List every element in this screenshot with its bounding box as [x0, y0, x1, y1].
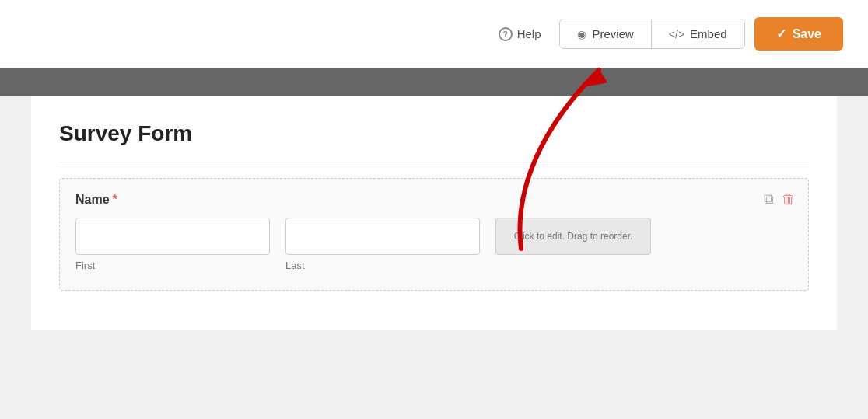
eye-icon: ◉	[577, 28, 586, 40]
help-icon: ?	[499, 27, 513, 41]
field-label-text: Name	[75, 193, 110, 207]
click-to-edit[interactable]: Click to edit. Drag to reorder.	[495, 218, 651, 255]
trash-icon[interactable]: 🗑	[782, 191, 796, 208]
checkmark-icon: ✓	[776, 26, 786, 41]
form-divider	[59, 162, 809, 162]
form-area: Survey Form Name * ⧉ 🗑 First Last Click …	[31, 96, 837, 330]
last-name-wrap: Last	[285, 218, 480, 271]
save-button[interactable]: ✓ Save	[754, 17, 843, 51]
top-bar: ? Help ◉ Preview </> Embed ✓ Save	[0, 0, 868, 68]
gray-band	[0, 68, 868, 96]
help-button[interactable]: ? Help	[489, 21, 551, 47]
field-actions: ⧉ 🗑	[764, 191, 796, 208]
embed-button[interactable]: </> Embed	[652, 19, 744, 48]
required-star: *	[113, 193, 117, 207]
save-label: Save	[793, 27, 821, 41]
form-title: Survey Form	[59, 121, 809, 146]
help-label: Help	[517, 27, 541, 40]
first-name-input[interactable]	[75, 218, 270, 255]
field-label: Name *	[75, 193, 793, 207]
last-name-label: Last	[285, 260, 480, 271]
preview-button[interactable]: ◉ Preview	[560, 19, 651, 48]
embed-label: Embed	[690, 27, 727, 40]
preview-label: Preview	[592, 27, 633, 40]
code-icon: </>	[669, 28, 684, 40]
copy-icon[interactable]: ⧉	[764, 191, 774, 208]
last-name-input[interactable]	[285, 218, 480, 255]
field-inputs: First Last Click to edit. Drag to reorde…	[75, 218, 793, 271]
click-to-edit-text: Click to edit. Drag to reorder.	[514, 231, 633, 242]
first-name-label: First	[75, 260, 270, 271]
first-name-wrap: First	[75, 218, 270, 271]
name-field-block: Name * ⧉ 🗑 First Last Click to edit. Dra…	[59, 178, 809, 291]
preview-embed-group: ◉ Preview </> Embed	[559, 19, 744, 49]
